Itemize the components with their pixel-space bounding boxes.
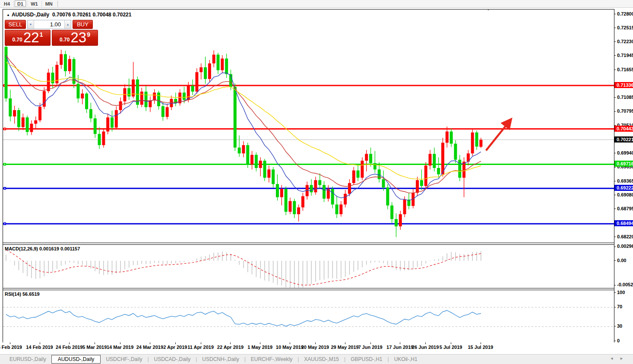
axis-tick xyxy=(614,28,616,28)
date-tick-label: 22 Apr 2019 xyxy=(217,345,244,350)
volume-decrease-icon[interactable]: ▼ xyxy=(28,20,34,28)
chart-tab-xauusd-m15[interactable]: XAUUSD-,M15 xyxy=(299,355,344,363)
tab-scroll-left-icon[interactable]: ◄ xyxy=(610,356,620,361)
hline-price-badge: 0.71336 xyxy=(614,82,633,88)
rsi-tick-label: 30 xyxy=(617,323,622,329)
axis-tick xyxy=(614,341,616,341)
chart-tab-gbpusd-h1[interactable]: GBPUSD-,H1 xyxy=(345,355,387,363)
volume-increase-icon[interactable]: ▲ xyxy=(64,20,71,28)
macd-canvas xyxy=(3,245,614,288)
axis-tick xyxy=(614,153,616,153)
tab-scroll-right-icon[interactable]: ► xyxy=(620,356,630,361)
chart-tab-audusd-daily[interactable]: AUDUSD-,Daily xyxy=(51,355,101,364)
volume-input[interactable] xyxy=(34,20,64,28)
date-tick-label: 7 Jun 2019 xyxy=(358,345,382,350)
chart-tab-usdcnh-daily[interactable]: USDCNH-,Daily xyxy=(197,355,244,363)
axis-tick xyxy=(614,70,616,70)
timeframe-button-d1[interactable]: D1 xyxy=(15,0,26,7)
axis-tick xyxy=(614,237,616,237)
price-tick-label: 0.69940 xyxy=(617,150,633,156)
date-tick-label: 14 Feb 2019 xyxy=(26,345,53,350)
timeframe-button-mn[interactable]: MN xyxy=(43,0,55,7)
rsi-tick-label: 0 xyxy=(617,338,620,344)
date-tick-label: 24 Mar 2019 xyxy=(136,345,163,350)
date-tick-label: 15 Jul 2019 xyxy=(468,345,493,350)
date-tick xyxy=(150,342,150,344)
one-click-trade-widget: SELL ▼ ▲ BUY 0.70 22 1 0.70 23 9 xyxy=(5,20,99,46)
chart-tab-ukoil-h1[interactable]: UKOil-,H1 xyxy=(389,355,423,363)
price-tick-label: 0.69080 xyxy=(617,192,633,198)
price-tick-label: 0.68795 xyxy=(617,206,633,212)
date-axis[interactable]: 5 Feb 201914 Feb 201924 Feb 20195 Mar 20… xyxy=(0,342,614,353)
trend-arrow-annotation[interactable] xyxy=(486,120,510,151)
chart-collapse-handle-icon[interactable]: ▼ xyxy=(487,9,490,12)
tab-scroll-arrows: ◄► xyxy=(610,356,630,361)
collapse-panel-icon[interactable]: ▲ xyxy=(6,13,10,17)
buy-price-big: 23 xyxy=(70,31,86,44)
chart-tab-usdchf-daily[interactable]: USDCHF-,Daily xyxy=(101,355,147,363)
buy-price-prefix: 0.70 xyxy=(60,37,70,43)
date-tick-label: 2 Apr 2019 xyxy=(163,345,187,350)
macd-tick-label: 0.00 xyxy=(617,258,626,263)
hline-price-badge: 0.68494 xyxy=(614,220,633,226)
price-tick-label: 0.71085 xyxy=(617,95,633,100)
date-tick xyxy=(370,342,371,344)
date-tick xyxy=(120,342,120,344)
axis-tick xyxy=(614,195,616,195)
current-price-badge: 0.70221 xyxy=(614,136,633,142)
date-tick xyxy=(481,342,481,344)
chart-tab-eurchf-weekly[interactable]: EURCHF-,Weekly xyxy=(246,355,298,363)
timeframe-button-h4[interactable]: H4 xyxy=(1,0,13,7)
axis-tick xyxy=(614,14,616,14)
toolbar-separator xyxy=(41,1,42,7)
price-tick-label: 0.70795 xyxy=(617,108,633,114)
sell-price-pipette: 1 xyxy=(40,31,43,38)
date-tick xyxy=(290,342,290,344)
axis-tick xyxy=(614,260,616,261)
buy-button[interactable]: BUY xyxy=(73,20,93,29)
axis-tick xyxy=(614,326,616,326)
toolbar-separator xyxy=(57,1,58,7)
sell-quote-box[interactable]: 0.70 22 1 xyxy=(5,30,51,46)
axis-tick xyxy=(614,111,616,112)
chart-title: ▲AUDUSD-,Daily 0.70076 0.70261 0.70048 0… xyxy=(6,12,131,18)
toolbar-separator xyxy=(13,1,14,7)
date-tick-label: 14 Mar 2019 xyxy=(107,345,133,350)
date-tick xyxy=(201,342,201,344)
date-tick-label: 5 Feb 2019 xyxy=(0,345,22,350)
date-tick xyxy=(10,342,10,344)
toolbar-separator xyxy=(27,1,27,7)
price-tick-label: 0.71655 xyxy=(617,67,633,73)
date-tick-label: 11 Apr 2019 xyxy=(187,345,214,350)
chart-window: ▲AUDUSD-,Daily 0.70076 0.70261 0.70048 0… xyxy=(3,9,614,342)
main-chart-panel[interactable]: ▲AUDUSD-,Daily 0.70076 0.70261 0.70048 0… xyxy=(3,9,614,243)
macd-panel[interactable]: MACD(12,26,9) 0.001619 0.001157 xyxy=(3,245,614,288)
sell-price-prefix: 0.70 xyxy=(13,37,22,43)
date-tick xyxy=(175,342,176,344)
rsi-canvas xyxy=(3,290,614,342)
axis-tick xyxy=(614,97,616,98)
sell-button[interactable]: SELL xyxy=(5,20,26,29)
chart-tab-eurusd-daily[interactable]: EURUSD-,Daily xyxy=(4,355,51,363)
price-axis[interactable]: 0.728000.725150.722300.719450.716550.710… xyxy=(615,0,633,364)
price-tick-label: 0.72515 xyxy=(617,25,633,31)
axis-tick xyxy=(614,181,616,181)
date-tick-label: 24 Feb 2019 xyxy=(56,345,82,350)
price-tick-label: 0.71945 xyxy=(617,53,633,58)
axis-tick xyxy=(614,307,616,307)
date-tick-label: 5 Jul 2019 xyxy=(440,345,462,350)
buy-quote-box[interactable]: 0.70 23 9 xyxy=(52,30,98,46)
hline-price-badge: 0.70443 xyxy=(614,126,633,132)
hline-price-badge: 0.69716 xyxy=(614,161,633,167)
axis-tick xyxy=(614,55,616,56)
date-tick xyxy=(260,342,260,344)
price-tick-label: 0.68220 xyxy=(617,234,633,240)
macd-tick-label: 0.002962 xyxy=(617,244,633,249)
timeframe-button-w1[interactable]: W1 xyxy=(28,0,41,7)
rsi-panel[interactable]: RSI(14) 56.6519 xyxy=(3,290,614,342)
chart-tab-usdcad-daily[interactable]: USDCAD-,Daily xyxy=(149,355,196,363)
macd-label: MACD(12,26,9) 0.001619 0.001157 xyxy=(5,246,80,251)
axis-tick xyxy=(614,247,616,247)
axis-tick xyxy=(614,41,616,42)
date-tick xyxy=(425,342,426,344)
